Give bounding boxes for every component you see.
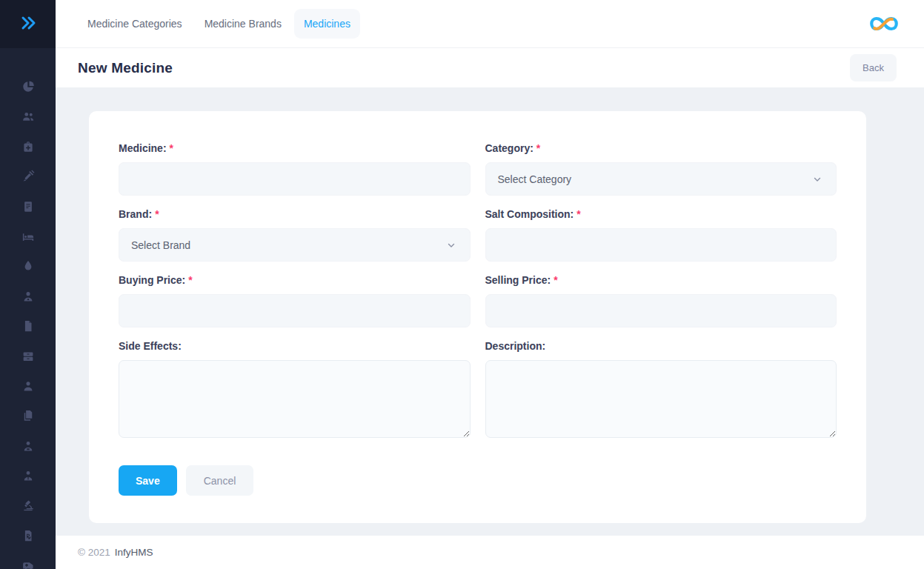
selling-price-label: Selling Price: <box>485 274 551 286</box>
required-asterisk: * <box>170 142 173 154</box>
invoice-icon[interactable] <box>21 200 35 213</box>
required-asterisk: * <box>576 208 580 220</box>
new-medicine-form-card: Medicine:*Category:*Select CategoryBrand… <box>89 111 866 523</box>
person-icon[interactable] <box>21 379 35 393</box>
pie-chart-icon[interactable] <box>21 80 35 93</box>
side-effects-textarea[interactable] <box>119 360 471 438</box>
top-navigation: Medicine CategoriesMedicine BrandsMedici… <box>56 0 924 48</box>
doctor-icon[interactable] <box>21 290 35 303</box>
nav-tab-medicine-categories[interactable]: Medicine Categories <box>78 9 192 39</box>
nav-tab-medicine-brands[interactable]: Medicine Brands <box>195 9 291 39</box>
buying-price-label: Buying Price: <box>119 274 185 286</box>
required-asterisk: * <box>188 274 192 286</box>
save-button[interactable]: Save <box>119 465 177 496</box>
footer: © 2021 InfyHMS <box>56 536 924 569</box>
page-header: New Medicine Back <box>56 48 924 87</box>
page-title: New Medicine <box>78 60 173 76</box>
buying-price-input[interactable] <box>119 294 471 327</box>
blood-drop-icon[interactable] <box>21 259 35 273</box>
prescription-icon[interactable] <box>21 529 35 542</box>
syringe-icon[interactable] <box>21 170 35 183</box>
sidebar-menu <box>21 48 35 569</box>
nav-tabs: Medicine CategoriesMedicine BrandsMedici… <box>78 9 360 39</box>
brand-label: Brand: <box>119 208 152 220</box>
cancel-button[interactable]: Cancel <box>186 465 254 496</box>
category-selected-value: Select Category <box>498 173 813 185</box>
category-label: Category: <box>485 142 534 154</box>
chevron-down-icon <box>812 174 822 184</box>
new-medicine-form: Medicine:*Category:*Select CategoryBrand… <box>119 142 837 438</box>
field-salt-composition: Salt Composition:* <box>485 208 837 262</box>
first-aid-kit-icon[interactable] <box>21 140 35 153</box>
brand-select[interactable]: Select Brand <box>119 228 471 262</box>
person-badge-icon[interactable] <box>21 439 35 453</box>
required-asterisk: * <box>536 142 540 154</box>
nav-tab-medicines[interactable]: Medicines <box>294 9 360 39</box>
description-label: Description: <box>485 340 546 352</box>
salt-composition-label: Salt Composition: <box>485 208 574 220</box>
field-side-effects: Side Effects: <box>119 340 471 438</box>
back-button[interactable]: Back <box>850 54 897 81</box>
medicine-input[interactable] <box>119 162 471 196</box>
bed-icon[interactable] <box>21 230 35 243</box>
content-area: Medicine:*Category:*Select CategoryBrand… <box>56 87 924 536</box>
infyhms-logo[interactable] <box>866 13 902 35</box>
sidebar <box>0 0 56 569</box>
person-tie-icon[interactable] <box>21 469 35 482</box>
chevron-down-icon <box>446 240 456 250</box>
copyright-text: © 2021 <box>78 547 110 558</box>
field-medicine: Medicine:* <box>119 142 471 196</box>
side-effects-label: Side Effects: <box>119 340 182 352</box>
double-chevron-right-icon <box>19 16 37 33</box>
document-icon[interactable] <box>21 319 35 333</box>
brand-name: InfyHMS <box>115 547 153 558</box>
brand-selected-value: Select Brand <box>131 239 446 251</box>
selling-price-input[interactable] <box>485 294 837 327</box>
sidebar-toggle-button[interactable] <box>0 0 56 48</box>
required-asterisk: * <box>554 274 557 286</box>
files-icon[interactable] <box>21 409 35 422</box>
form-actions: Save Cancel <box>119 465 837 496</box>
field-selling-price: Selling Price:* <box>485 274 837 327</box>
salt-composition-input[interactable] <box>485 228 837 262</box>
users-icon[interactable] <box>21 110 35 123</box>
microscope-icon[interactable] <box>21 499 35 512</box>
field-description: Description: <box>485 340 837 438</box>
required-asterisk: * <box>155 208 159 220</box>
field-category: Category:*Select Category <box>485 142 837 196</box>
cabinet-icon[interactable] <box>21 350 35 363</box>
field-buying-price: Buying Price:* <box>119 274 471 327</box>
ambulance-icon[interactable] <box>21 559 35 569</box>
medicine-label: Medicine: <box>119 142 167 154</box>
category-select[interactable]: Select Category <box>485 162 837 196</box>
description-textarea[interactable] <box>485 360 837 438</box>
field-brand: Brand:*Select Brand <box>119 208 471 262</box>
